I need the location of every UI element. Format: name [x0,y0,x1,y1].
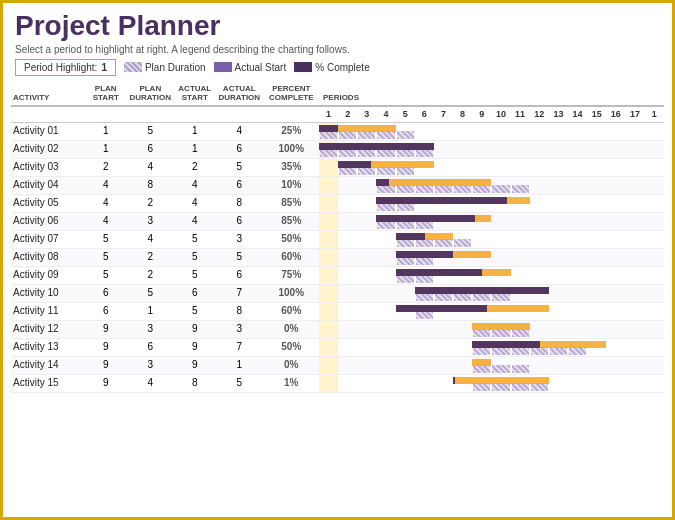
gantt-cell-p2 [338,230,357,248]
gantt-cell-p6 [415,356,434,374]
gantt-cell-p3 [357,230,376,248]
gantt-cell-p3 [357,158,376,176]
col-actual-duration: ACTUALDURATION [215,82,264,106]
gantt-cell-p13 [549,320,568,338]
complete-bar [530,341,540,348]
gantt-cell-p7 [434,248,453,266]
gantt-cell-p6 [415,140,434,158]
gantt-cell-p10 [491,320,510,338]
actual-duration-value: 3 [215,230,264,248]
gantt-cell-p5 [396,374,415,392]
period-highlight-box[interactable]: Period Highlight: 1 [15,59,116,76]
gantt-cell-p4 [376,356,395,374]
plan-start-value: 9 [86,374,126,392]
percent-complete-value: 75% [264,266,319,284]
period-10: 10 [491,106,510,122]
complete-bar [434,305,453,312]
gantt-cell-p6 [415,212,434,230]
gantt-cell-p13 [549,248,568,266]
gantt-cell-p1 [319,302,338,320]
plan-duration-value: 3 [126,320,175,338]
actual-duration-value: 5 [215,158,264,176]
gantt-cell-p15 [587,266,606,284]
gantt-cell-p14 [568,158,587,176]
gantt-cell-p12 [530,356,549,374]
actual-bar [472,323,491,330]
plan-bar [416,239,433,247]
plan-bar [416,293,433,301]
gantt-cell-p6 [415,302,434,320]
actual-start-value: 9 [175,338,215,356]
gantt-cell-p9 [472,194,491,212]
plan-start-value: 9 [86,320,126,338]
legend-actual: Actual Start [214,62,287,73]
gantt-cell-p3 [357,302,376,320]
actual-bar [396,179,415,186]
gantt-cell-p14 [568,302,587,320]
actual-bar [549,341,568,348]
activity-name: Activity 14 [11,356,86,374]
period-numbers-row: 1 2 3 4 5 6 7 8 9 10 11 12 13 14 15 16 1… [11,106,664,122]
gantt-cell-p4 [376,266,395,284]
gantt-cell-p1 [319,248,338,266]
gantt-cell-p4 [376,320,395,338]
gantt-cell-p12 [530,176,549,194]
complete-bar [434,287,453,294]
actual-start-value: 5 [175,230,215,248]
gantt-cell-p9 [472,158,491,176]
gantt-cell-p10 [491,266,510,284]
gantt-cell-p5 [396,338,415,356]
gantt-cell-p3 [357,194,376,212]
gantt-cell-p6 [415,248,434,266]
gantt-cell-p15 [587,320,606,338]
gantt-cell-p7 [434,122,453,140]
complete-bar [453,269,472,276]
gantt-cell-p17 [625,230,644,248]
period-11: 11 [511,106,530,122]
plan-bar [492,365,509,373]
complete-bar [453,305,472,312]
gantt-cell-p15 [587,158,606,176]
plan-duration-value: 5 [126,284,175,302]
plan-bar [377,185,394,193]
actual-bar [530,377,549,384]
gantt-cell-p13 [549,374,568,392]
complete-bar [396,305,415,312]
percent-complete-value: 50% [264,230,319,248]
plan-start-value: 4 [86,176,126,194]
gantt-cell-p16 [606,248,625,266]
gantt-cell-p16 [606,338,625,356]
complete-bar [396,215,415,222]
actual-start-value: 5 [175,266,215,284]
gantt-cell-p18 [645,284,664,302]
plan-bar [473,383,490,391]
gantt-cell-p15 [587,194,606,212]
gantt-cell-p3 [357,320,376,338]
gantt-cell-p5 [396,320,415,338]
legend-plan: Plan Duration [124,62,206,73]
actual-bar [472,251,491,258]
table-row: Activity 01151425% [11,122,664,140]
table-row: Activity 03242535% [11,158,664,176]
plan-swatch [124,62,142,72]
gantt-cell-p1 [319,140,338,158]
period-8: 8 [453,106,472,122]
actual-start-value: 1 [175,122,215,140]
gantt-cell-p2 [338,158,357,176]
gantt-cell-p5 [396,266,415,284]
percent-complete-value: 1% [264,374,319,392]
gantt-cell-p16 [606,284,625,302]
actual-duration-value: 8 [215,302,264,320]
gantt-cell-p9 [472,212,491,230]
table-row: Activity 1293930% [11,320,664,338]
complete-bar [434,215,453,222]
plan-bar [454,239,471,247]
gantt-cell-p3 [357,122,376,140]
actual-duration-value: 7 [215,284,264,302]
activity-name: Activity 11 [11,302,86,320]
percent-complete-value: 0% [264,356,319,374]
col-periods: PERIODS [319,82,664,106]
plan-bar [320,131,337,139]
gantt-cell-p16 [606,320,625,338]
plan-start-value: 5 [86,266,126,284]
